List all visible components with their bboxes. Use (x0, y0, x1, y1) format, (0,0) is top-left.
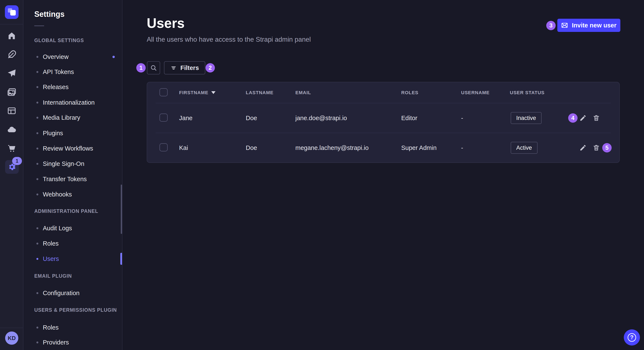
question-icon: ? (628, 333, 636, 342)
bullet-icon (36, 102, 38, 104)
cell-lastname: Doe (246, 115, 296, 122)
settings-notification-badge: 1 (12, 157, 22, 165)
edit-button[interactable] (579, 114, 586, 122)
column-header-lastname: LASTNAME (246, 90, 296, 95)
cell-username: - (461, 115, 510, 122)
rail-divider-bottom (0, 328, 24, 328)
bullet-icon (36, 163, 38, 165)
sidebar-item-audit-logs[interactable]: Audit Logs (36, 223, 118, 233)
column-header-firstname[interactable]: FIRSTNAME (179, 90, 246, 95)
sidebar-item-configuration[interactable]: Configuration (36, 288, 118, 298)
bullet-icon (36, 258, 38, 260)
sidebar-item-internationalization[interactable]: Internationalization (36, 98, 118, 107)
strapi-logo-shape (10, 10, 16, 15)
cell-firstname: Jane (179, 115, 246, 122)
row-checkbox[interactable] (160, 114, 168, 122)
table-header-row: FIRSTNAME LASTNAME EMAIL ROLES USERNAME … (147, 82, 619, 103)
media-library-icon[interactable] (7, 87, 16, 97)
feather-icon[interactable] (7, 50, 16, 59)
sidebar-item-review-workflows[interactable]: Review Workflows (36, 144, 118, 153)
annotation-badge-2: 2 (206, 63, 215, 72)
sidebar-item-webhooks[interactable]: Webhooks (36, 190, 118, 199)
content-type-builder-icon[interactable] (7, 106, 16, 116)
overview-notification-dot (112, 56, 115, 58)
section-header-email-plugin: EMAIL PLUGIN (34, 273, 72, 280)
paper-plane-icon[interactable] (7, 69, 16, 78)
annotation-badge-3: 3 (546, 21, 556, 30)
column-header-roles: ROLES (401, 90, 461, 95)
sidebar-item-admin-roles[interactable]: Roles (36, 239, 118, 248)
help-button[interactable]: ? (624, 329, 640, 346)
page-subtitle: All the users who have access to the Str… (147, 36, 311, 43)
bullet-icon (36, 292, 38, 294)
bullet-icon (36, 178, 38, 180)
bullet-icon (36, 132, 38, 134)
cloud-icon[interactable] (7, 125, 16, 134)
sidebar-item-single-sign-on[interactable]: Single Sign-On (36, 159, 118, 169)
bullet-icon (36, 148, 38, 150)
filter-icon (170, 65, 177, 71)
sidebar-item-media-library[interactable]: Media Library (36, 113, 118, 122)
section-header-users-permissions-plugin: USERS & PERMISSIONS PLUGIN (34, 307, 117, 314)
subnav-title: Settings (34, 10, 64, 19)
subnav-scrollbar-thumb[interactable] (121, 184, 122, 234)
cell-roles: Super Admin (401, 144, 461, 151)
sidebar-item-transfer-tokens[interactable]: Transfer Tokens (36, 174, 118, 184)
trash-icon (593, 114, 600, 122)
user-avatar[interactable]: KD (5, 332, 18, 345)
bullet-icon (36, 56, 38, 58)
bullet-icon (36, 227, 38, 229)
bullet-icon (36, 342, 38, 344)
page-title: Users (147, 15, 185, 31)
delete-button[interactable] (593, 144, 600, 151)
section-header-global-settings: GLOBAL SETTINGS (34, 38, 84, 44)
column-header-email: EMAIL (296, 90, 401, 95)
filters-button[interactable]: Filters (164, 61, 205, 74)
sidebar-item-providers[interactable]: Providers (36, 338, 118, 347)
mail-icon (561, 22, 568, 29)
table-row-jane[interactable]: Jane Doe jane.doe@strapi.io Editor - Ina… (147, 103, 619, 133)
settings-subnav: Settings GLOBAL SETTINGS Overview API To… (24, 0, 122, 350)
rail-divider-top (0, 24, 24, 24)
sort-desc-icon (211, 91, 216, 94)
subnav-title-rule (34, 25, 44, 26)
bullet-icon (36, 71, 38, 73)
sidebar-item-users[interactable]: Users (36, 254, 118, 263)
cell-roles: Editor (401, 115, 461, 122)
users-active-indicator (120, 253, 122, 265)
sidebar-item-plugins[interactable]: Plugins (36, 128, 118, 138)
sidebar-item-up-roles[interactable]: Roles (36, 323, 118, 332)
row-checkbox[interactable] (160, 143, 168, 151)
sidebar-item-releases[interactable]: Releases (36, 82, 118, 92)
users-table: FIRSTNAME LASTNAME EMAIL ROLES USERNAME … (147, 82, 620, 163)
annotation-badge-5: 5 (602, 143, 612, 153)
bullet-icon (36, 193, 38, 195)
pencil-icon (579, 114, 586, 122)
column-header-user-status: USER STATUS (510, 90, 619, 95)
annotation-badge-1: 1 (136, 63, 146, 72)
search-button[interactable] (147, 61, 160, 74)
trash-icon (593, 144, 600, 151)
edit-button[interactable] (579, 144, 586, 151)
cell-email: megane.lacheny@strapi.io (296, 144, 401, 151)
bullet-icon (36, 243, 38, 245)
pencil-icon (579, 144, 586, 151)
sidebar-item-overview[interactable]: Overview (36, 52, 118, 61)
bullet-icon (36, 86, 38, 88)
marketplace-icon[interactable] (7, 144, 16, 153)
strapi-admin-app: 1 KD Settings GLOBAL SETTINGS Overview A… (0, 0, 644, 350)
sidebar-item-api-tokens[interactable]: API Tokens (36, 67, 118, 77)
delete-button[interactable] (593, 114, 600, 122)
invite-new-user-button[interactable]: Invite new user (557, 19, 620, 32)
cell-firstname: Kai (179, 144, 246, 151)
home-icon[interactable] (7, 31, 16, 41)
cell-lastname: Doe (246, 144, 296, 151)
strapi-logo[interactable] (5, 5, 18, 19)
status-badge: Inactive (511, 112, 542, 124)
bullet-icon (36, 117, 38, 119)
table-row-kai[interactable]: Kai Doe megane.lacheny@strapi.io Super A… (147, 133, 619, 163)
select-all-checkbox[interactable] (160, 88, 168, 96)
main-nav-rail: 1 KD (0, 0, 24, 350)
cell-email: jane.doe@strapi.io (296, 115, 401, 122)
cell-username: - (461, 144, 510, 151)
